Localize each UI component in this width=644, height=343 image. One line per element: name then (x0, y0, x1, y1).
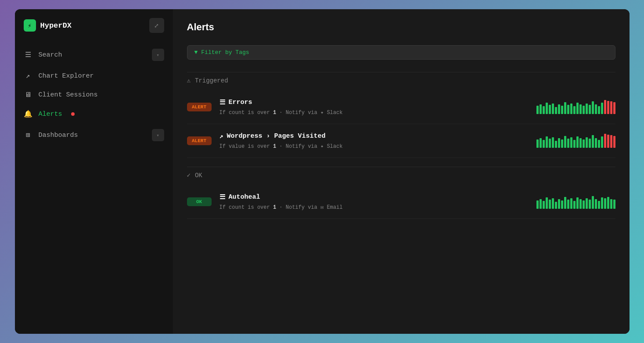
dashboards-icon: ⊞ (24, 131, 32, 139)
alert-badge-errors: ALERT (187, 103, 212, 111)
alert-row-autoheal[interactable]: OK ☰ Autoheal If count is over 1 · Notif… (187, 185, 615, 219)
alert-title-icon-autoheal: ☰ (219, 193, 225, 201)
alert-row-errors[interactable]: ALERT ☰ Errors If count is over 1 · Noti… (187, 90, 615, 124)
sessions-icon: 🖥 (24, 91, 32, 99)
alert-title-icon-wordpress: ↗ (219, 132, 223, 140)
sidebar-item-client-sessions[interactable]: 🖥 Client Sessions (15, 86, 173, 104)
ok-badge-autoheal: OK (187, 197, 212, 206)
alert-title-wordpress: ↗ Wordpress › Pages Visited (219, 132, 529, 140)
sidebar-item-label: Chart Explorer (39, 72, 94, 80)
ok-section-header: ✓ OK (187, 167, 615, 183)
alert-title-errors: ☰ Errors (219, 98, 529, 107)
alerts-icon: 🔔 (24, 110, 32, 118)
triggered-label: Triggered (195, 77, 228, 84)
alert-badge-wordpress: ALERT (187, 136, 212, 145)
alert-info-wordpress: ↗ Wordpress › Pages Visited If value is … (219, 132, 529, 150)
logo-icon: ⚡ (24, 19, 36, 32)
sidebar-item-label: Alerts (39, 111, 62, 118)
main-content: Alerts ▼ Filter by Tags ⚠ Triggered ALER… (173, 9, 630, 334)
search-dropdown-arrow[interactable]: ▾ (152, 49, 164, 61)
alert-title-autoheal: ☰ Autoheal (219, 193, 529, 201)
alert-subtitle-errors: If count is over 1 · Notify via ✦ Slack (219, 109, 529, 116)
filter-icon: ▼ (194, 49, 198, 56)
alert-info-errors: ☰ Errors If count is over 1 · Notify via… (219, 98, 529, 116)
alert-title-icon-errors: ☰ (219, 98, 225, 107)
alert-row-wordpress[interactable]: ALERT ↗ Wordpress › Pages Visited If val… (187, 124, 615, 158)
expand-button[interactable]: ⤢ (149, 18, 164, 33)
sidebar-item-label: Client Sessions (39, 91, 98, 99)
ok-section: ✓ OK OK ☰ Autoheal If count is over 1 · … (187, 167, 615, 219)
sidebar-header: ⚡ HyperDX ⤢ (15, 18, 173, 43)
filter-by-tags-button[interactable]: ▼ Filter by Tags (187, 45, 615, 60)
ok-icon: ✓ (187, 172, 191, 179)
sidebar: ⚡ HyperDX ⤢ ☰ Search ▾ ↗ Chart Explorer … (15, 9, 173, 334)
filter-label: Filter by Tags (201, 49, 249, 56)
spark-bars-wordpress (536, 134, 615, 148)
sidebar-item-dashboards[interactable]: ⊞ Dashboards ▾ (15, 124, 173, 146)
logo-text: HyperDX (40, 21, 72, 30)
alert-info-autoheal: ☰ Autoheal If count is over 1 · Notify v… (219, 193, 529, 211)
alerts-badge (71, 112, 75, 116)
chart-icon: ↗ (24, 71, 32, 80)
spark-bars-errors (536, 100, 615, 114)
sidebar-item-search[interactable]: ☰ Search ▾ (15, 43, 173, 66)
alert-subtitle-wordpress: If value is over 1 · Notify via ✦ Slack (219, 143, 529, 150)
app-window: ⚡ HyperDX ⤢ ☰ Search ▾ ↗ Chart Explorer … (15, 9, 630, 334)
ok-label: OK (195, 172, 202, 179)
spark-bars-autoheal (536, 195, 615, 209)
logo-group: ⚡ HyperDX (24, 19, 72, 32)
sidebar-item-alerts[interactable]: 🔔 Alerts (15, 104, 173, 124)
triggered-section-header: ⚠ Triggered (187, 72, 615, 89)
sidebar-item-label: Search (39, 51, 62, 59)
search-icon: ☰ (24, 50, 32, 59)
page-title: Alerts (187, 21, 615, 33)
triggered-icon: ⚠ (187, 77, 191, 84)
sidebar-item-chart-explorer[interactable]: ↗ Chart Explorer (15, 66, 173, 86)
sidebar-item-label: Dashboards (39, 132, 78, 139)
alert-subtitle-autoheal: If count is over 1 · Notify via ✉ Email (219, 204, 529, 211)
dashboards-dropdown-arrow[interactable]: ▾ (152, 129, 164, 141)
